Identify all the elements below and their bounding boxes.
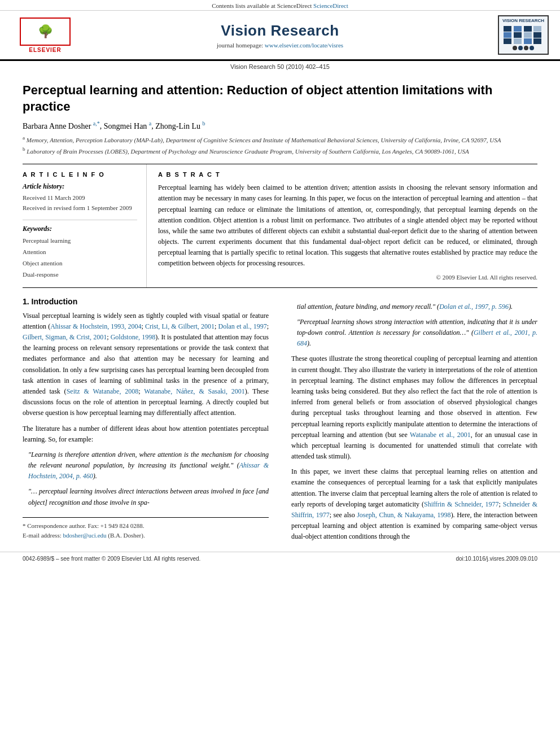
citation-line: Vision Research 50 (2010) 402–415 bbox=[23, 61, 537, 71]
journal-header: Contents lists available at ScienceDirec… bbox=[0, 0, 560, 60]
block-quote-gilbert: "Perceptual learning shows strong intera… bbox=[297, 317, 537, 350]
body-right-col: tial attention, feature binding, and mem… bbox=[286, 297, 537, 547]
affil-sup-a: a bbox=[23, 135, 25, 141]
vr-badge-cell bbox=[514, 38, 522, 44]
two-col-section: A R T I C L E I N F O Article history: R… bbox=[23, 164, 537, 288]
copyright-line: © 2009 Elsevier Ltd. All rights reserved… bbox=[158, 274, 537, 281]
journal-homepage: journal homepage: www.elsevier.com/locat… bbox=[79, 42, 481, 49]
content-area: Vision Research 50 (2010) 402–415 Percep… bbox=[0, 61, 560, 547]
body-para-4: In this paper, we invert these claims th… bbox=[291, 466, 537, 542]
vr-badge-dots bbox=[513, 46, 534, 50]
ref-crist-2001[interactable]: Crist, Li, & Gilbert, 2001 bbox=[145, 322, 215, 330]
quote-continuation: tial attention, feature binding, and mem… bbox=[297, 302, 537, 312]
article-info-label: A R T I C L E I N F O bbox=[23, 171, 137, 178]
elsevier-wordmark: ELSEVIER bbox=[29, 47, 61, 53]
vr-badge-cell bbox=[524, 26, 532, 32]
vr-badge-cell bbox=[514, 32, 522, 38]
doi-text: doi:10.1016/j.visres.2009.09.010 bbox=[456, 556, 537, 562]
ref-watanabe-2001b[interactable]: Watanabe et al., 2001 bbox=[410, 431, 471, 439]
vr-badge-grid bbox=[504, 26, 543, 44]
journal-top-bar: Contents lists available at ScienceDirec… bbox=[0, 0, 560, 11]
block-quote-2: "… perceptual learning involves direct i… bbox=[28, 486, 269, 508]
footnote-section: * Correspondence author. Fax: +1 949 824… bbox=[23, 517, 269, 541]
received-revised-date: Received in revised form 1 September 200… bbox=[23, 203, 137, 213]
keyword-1: Perceptual learning bbox=[23, 235, 137, 247]
vr-badge-cell bbox=[504, 32, 511, 38]
journal-title-row: 🌳 ELSEVIER Vision Research journal homep… bbox=[0, 11, 560, 59]
ref-shiffrin-1977[interactable]: Shiffrin & Schneider, 1977 bbox=[424, 500, 499, 508]
vr-dot bbox=[524, 46, 528, 50]
journal-main-title: Vision Research bbox=[79, 22, 481, 40]
vr-badge-cell bbox=[533, 32, 541, 38]
body-section: 1. Introduction Visual perceptual learni… bbox=[23, 288, 537, 547]
ref-goldstone-1998[interactable]: Goldstone, 1998 bbox=[111, 333, 156, 341]
abstract-col: A B S T R A C T Perceptual learning has … bbox=[147, 164, 537, 287]
author-zhong: Zhong-Lin Lu b bbox=[155, 122, 205, 130]
keyword-3: Object attention bbox=[23, 258, 137, 269]
vr-badge-cell bbox=[504, 38, 511, 44]
bottom-footer: 0042-6989/$ – see front matter © 2009 El… bbox=[0, 552, 560, 565]
journal-title-center: Vision Research journal homepage: www.el… bbox=[79, 22, 481, 49]
affiliation-b: b Laboratory of Brain Processes (LOBES),… bbox=[23, 146, 537, 156]
vr-badge-cell bbox=[514, 26, 522, 32]
abstract-label: A B S T R A C T bbox=[158, 171, 537, 178]
footnote-star-label: * Correspondence author. Fax: +1 949 824… bbox=[23, 522, 144, 529]
vr-badge-cell bbox=[524, 38, 532, 44]
issn-text: 0042-6989/$ – see front matter © 2009 El… bbox=[23, 556, 200, 562]
footnote-email-link[interactable]: bdosher@uci.edu bbox=[63, 532, 106, 539]
vr-dot-filled bbox=[530, 46, 534, 50]
vr-badge-cell bbox=[533, 26, 541, 32]
author-barbara: Barbara Anne Dosher a,* bbox=[23, 122, 100, 130]
footnote-email-line: E-mail address: bdosher@uci.edu (B.A. Do… bbox=[23, 531, 269, 541]
ref-ahissar-1993[interactable]: Ahissar & Hochstein, 1993, 2004 bbox=[50, 322, 141, 330]
footnote-correspondence: * Correspondence author. Fax: +1 949 824… bbox=[23, 521, 269, 531]
vr-dot-filled bbox=[518, 46, 523, 50]
affiliation-a-text: Memory, Attention, Perception Laboratory… bbox=[27, 137, 501, 143]
footnote-email-label: E-mail address: bbox=[23, 532, 62, 539]
abstract-text: Perceptual learning has widely been clai… bbox=[158, 182, 537, 269]
footnote-author-name: (B.A. Dosher). bbox=[108, 532, 145, 539]
affiliation-b-text: Laboratory of Brain Processes (LOBES), D… bbox=[27, 148, 469, 155]
sciencedirect-link[interactable]: ScienceDirect bbox=[313, 2, 348, 9]
block-quote-1: "Learning is therefore attention driven,… bbox=[28, 449, 269, 482]
sup-a2: a bbox=[149, 120, 151, 126]
body-para-1: Visual perceptual learning is widely see… bbox=[23, 311, 269, 419]
article-title-section: Perceptual learning and attention: Reduc… bbox=[23, 71, 537, 164]
sup-b: b bbox=[203, 120, 205, 126]
article-authors: Barbara Anne Dosher a,*, Songmei Han a, … bbox=[23, 120, 537, 131]
ref-watanabe-2001[interactable]: Watanabe, Náñez, & Sasaki, 2001 bbox=[144, 387, 245, 395]
body-para-2: The literature has a number of different… bbox=[23, 423, 269, 445]
citation-text: Vision Research 50 (2010) 402–415 bbox=[230, 63, 330, 70]
article-info-col: A R T I C L E I N F O Article history: R… bbox=[23, 164, 147, 287]
vr-badge-cell bbox=[504, 26, 511, 32]
article-main-title: Perceptual learning and attention: Reduc… bbox=[23, 82, 537, 115]
increasing-text: increasing bbox=[138, 461, 166, 469]
author-songmei: Songmei Han a bbox=[104, 122, 152, 130]
elsevier-tree-icon: 🌳 bbox=[38, 24, 53, 39]
body-para-3: These quotes illustrate the strong theor… bbox=[291, 353, 537, 462]
homepage-label: journal homepage: bbox=[217, 42, 263, 49]
ref-gilbert-2001b[interactable]: Gilbert et al., 2001, p. 684 bbox=[297, 329, 537, 347]
elsevier-logo: 🌳 ELSEVIER bbox=[11, 18, 79, 53]
section-1-heading: 1. Introduction bbox=[23, 297, 269, 306]
vr-badge-title: VISION RESEARCH bbox=[502, 18, 544, 24]
ref-dolan-1997b[interactable]: Dolan et al., 1997, p. 596 bbox=[439, 303, 509, 311]
journal-logo-right: VISION RESEARCH bbox=[481, 15, 549, 55]
sup-a: a,* bbox=[93, 120, 100, 126]
elsevier-logo-box: 🌳 bbox=[20, 18, 71, 46]
contents-available-text: Contents lists available at ScienceDirec… bbox=[212, 2, 312, 9]
vision-research-badge: VISION RESEARCH bbox=[498, 15, 549, 55]
received-date: Received 11 March 2009 bbox=[23, 193, 137, 203]
vr-dot bbox=[513, 46, 517, 50]
ref-joseph-1998[interactable]: Joseph, Chun, & Nakayama, 1998 bbox=[357, 511, 450, 519]
homepage-url[interactable]: www.elsevier.com/locate/visres bbox=[265, 42, 343, 49]
ref-dolan-1997[interactable]: Dolan et al., 1997 bbox=[218, 322, 267, 330]
ref-gilbert-2001[interactable]: Gilbert, Sigman, & Crist, 2001 bbox=[23, 333, 107, 341]
keywords-label: Keywords: bbox=[23, 225, 137, 233]
body-left-col: 1. Introduction Visual perceptual learni… bbox=[23, 297, 274, 547]
affil-sup-b: b bbox=[23, 146, 25, 152]
keywords-section: Keywords: Perceptual learning Attention … bbox=[23, 220, 137, 280]
ref-seitz-2008[interactable]: Seitz & Watanabe, 2008 bbox=[67, 387, 139, 395]
affiliation-a: a Memory, Attention, Perception Laborato… bbox=[23, 134, 537, 145]
vr-badge-cell bbox=[524, 32, 532, 38]
